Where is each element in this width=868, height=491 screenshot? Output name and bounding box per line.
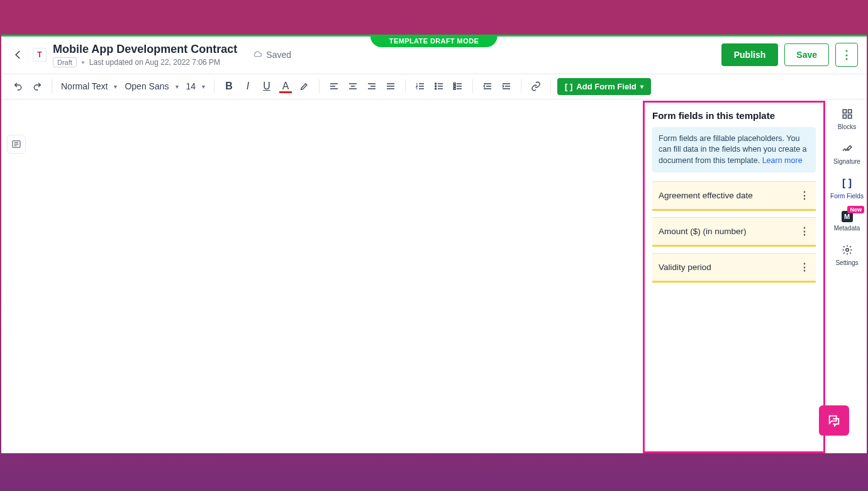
- publish-button[interactable]: Publish: [721, 43, 779, 66]
- add-form-field-label: Add Form Field: [576, 82, 636, 91]
- underline-button[interactable]: U: [259, 78, 275, 94]
- add-form-field-button[interactable]: [ ] Add Form Field ▾: [557, 78, 651, 95]
- arrow-left-icon: [13, 49, 24, 60]
- form-fields-info: Form fields are fillable placeholders. Y…: [652, 127, 816, 173]
- link-icon: [531, 81, 541, 91]
- doc-type-badge: T: [33, 48, 47, 62]
- redo-button[interactable]: [29, 78, 45, 94]
- italic-icon: I: [247, 81, 249, 92]
- saved-indicator: Saved: [252, 50, 291, 60]
- form-field-item-label: Agreement effective date: [659, 191, 753, 200]
- indent-button[interactable]: [498, 78, 515, 94]
- back-button[interactable]: [10, 47, 26, 63]
- checklist-button[interactable]: [450, 78, 466, 94]
- blocks-icon: [842, 108, 853, 120]
- form-fields-panel: Form fields in this template Form fields…: [643, 101, 825, 453]
- document-title: Mobile App Development Contract: [53, 43, 237, 56]
- learn-more-link[interactable]: Learn more: [762, 156, 803, 165]
- draft-status-chip: Draft: [53, 57, 77, 67]
- highlight-button[interactable]: [296, 78, 313, 94]
- align-center-button[interactable]: [345, 78, 361, 94]
- form-field-item-label: Validity period: [659, 262, 711, 272]
- align-justify-icon: [386, 81, 396, 91]
- svg-rect-11: [848, 110, 851, 113]
- svg-point-0: [435, 83, 437, 84]
- link-button[interactable]: [528, 78, 544, 94]
- undo-button[interactable]: [10, 78, 26, 94]
- rail-blocks[interactable]: Blocks: [827, 107, 867, 130]
- chevron-down-icon: ▾: [114, 83, 117, 90]
- bold-icon: B: [225, 81, 233, 92]
- rail-signature[interactable]: Signature: [827, 142, 867, 165]
- text-style-label: Normal Text: [61, 81, 108, 91]
- field-item-menu-button[interactable]: ⋮: [799, 261, 810, 273]
- indent-icon: [501, 81, 511, 91]
- brackets-icon: [ ]: [565, 82, 572, 91]
- cloud-icon: [252, 50, 262, 60]
- align-justify-button[interactable]: [382, 78, 399, 94]
- align-right-button[interactable]: [364, 78, 380, 94]
- template-draft-mode-tab: TEMPLATE DRAFT MODE: [370, 35, 498, 47]
- italic-button[interactable]: I: [240, 78, 256, 94]
- outdent-icon: [482, 81, 492, 91]
- save-button[interactable]: Save: [784, 43, 829, 66]
- chevron-down-icon: ▾: [640, 83, 643, 90]
- bullet-list-icon: [434, 81, 444, 91]
- align-center-icon: [348, 81, 358, 91]
- rail-settings-label: Settings: [835, 259, 858, 266]
- svg-rect-10: [843, 110, 846, 113]
- chat-fab[interactable]: [819, 405, 849, 436]
- svg-rect-4: [453, 86, 455, 87]
- form-field-item-amount[interactable]: Amount ($) (in number) ⋮: [652, 217, 816, 247]
- chat-icon: [827, 414, 841, 427]
- form-field-item-validity[interactable]: Validity period ⋮: [652, 253, 816, 283]
- more-menu-button[interactable]: ⋮: [835, 43, 858, 67]
- rail-blocks-label: Blocks: [838, 123, 856, 130]
- bullet-list-button[interactable]: [431, 78, 447, 94]
- form-fields-panel-title: Form fields in this template: [652, 110, 816, 121]
- svg-rect-13: [848, 115, 851, 118]
- font-size-label: 14: [186, 81, 196, 91]
- svg-point-14: [845, 249, 849, 252]
- font-family-select[interactable]: Open Sans▾: [122, 81, 181, 91]
- underline-icon: U: [263, 81, 270, 92]
- signature-icon: [842, 143, 853, 154]
- svg-rect-3: [453, 83, 455, 85]
- saved-label: Saved: [266, 50, 291, 60]
- rail-form-fields[interactable]: [ ] Form Fields: [827, 176, 867, 200]
- rail-signature-label: Signature: [833, 158, 860, 165]
- redo-icon: [32, 81, 42, 91]
- text-style-select[interactable]: Normal Text▾: [58, 81, 120, 91]
- svg-rect-12: [843, 115, 846, 118]
- form-field-item-agreement-date[interactable]: Agreement effective date ⋮: [652, 181, 816, 211]
- align-left-icon: [329, 81, 339, 91]
- highlight-icon: [299, 81, 309, 91]
- rail-metadata-label: Metadata: [834, 225, 860, 232]
- align-left-button[interactable]: [326, 78, 342, 94]
- right-rail: Blocks Signature [ ] Form Fields New M M…: [826, 99, 867, 453]
- numbered-list-button[interactable]: [412, 78, 428, 94]
- field-item-menu-button[interactable]: ⋮: [799, 225, 810, 237]
- undo-icon: [13, 81, 23, 91]
- gear-icon: [842, 244, 853, 256]
- font-color-icon: A: [282, 81, 289, 92]
- outdent-button[interactable]: [479, 78, 496, 94]
- field-item-menu-button[interactable]: ⋮: [799, 189, 810, 201]
- checklist-icon: [453, 81, 463, 91]
- separator-dot: [82, 61, 84, 64]
- rail-form-fields-label: Form Fields: [830, 193, 864, 200]
- outline-toggle-button[interactable]: [7, 135, 26, 154]
- bold-button[interactable]: B: [221, 78, 237, 94]
- font-size-select[interactable]: 14▾: [184, 81, 208, 91]
- font-color-button[interactable]: A: [277, 78, 294, 94]
- rail-settings[interactable]: Settings: [827, 243, 867, 266]
- editor-toolbar: Normal Text▾ Open Sans▾ 14▾ B I U A [ ] …: [1, 74, 867, 99]
- font-family-label: Open Sans: [125, 81, 169, 91]
- last-updated-text: Last updated on Aug 22, 2022 7:06 PM: [89, 58, 220, 67]
- chevron-down-icon: ▾: [202, 83, 205, 90]
- align-right-icon: [367, 81, 377, 91]
- svg-point-2: [435, 88, 437, 89]
- rail-metadata[interactable]: New M Metadata: [827, 211, 867, 232]
- form-field-item-label: Amount ($) (in number): [659, 227, 747, 236]
- numbered-list-icon: [415, 81, 425, 91]
